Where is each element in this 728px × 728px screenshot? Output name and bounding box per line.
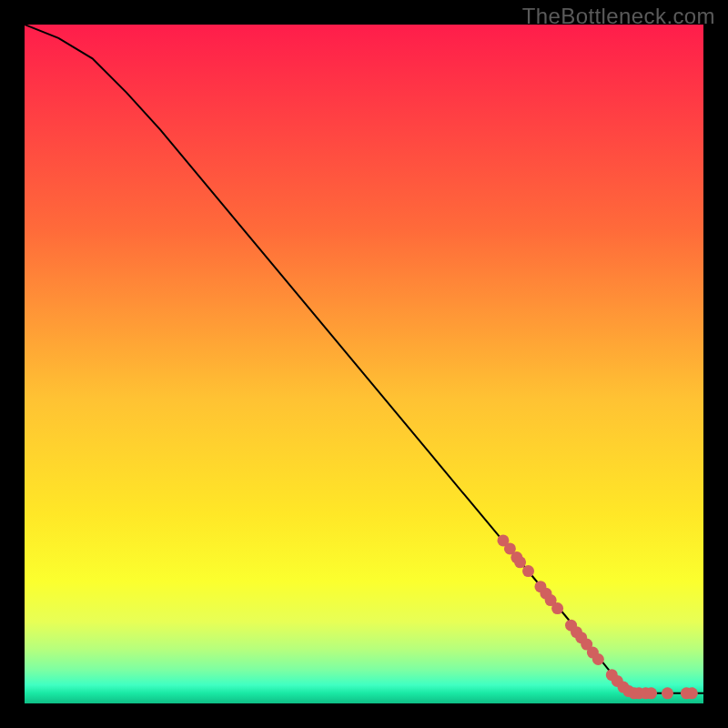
watermark-label: TheBottleneck.com xyxy=(522,4,715,29)
curve-layer xyxy=(25,25,703,703)
chart-frame: TheBottleneck.com xyxy=(0,0,728,728)
highlight-dot xyxy=(522,565,534,577)
plot-area xyxy=(25,25,703,703)
highlight-dot xyxy=(645,687,657,699)
highlight-dot xyxy=(551,602,563,614)
highlight-dot xyxy=(592,653,604,665)
highlight-dots xyxy=(497,534,697,699)
main-curve xyxy=(25,25,703,693)
highlight-dot xyxy=(514,556,526,568)
highlight-dot xyxy=(686,687,698,699)
highlight-dot xyxy=(662,687,673,699)
